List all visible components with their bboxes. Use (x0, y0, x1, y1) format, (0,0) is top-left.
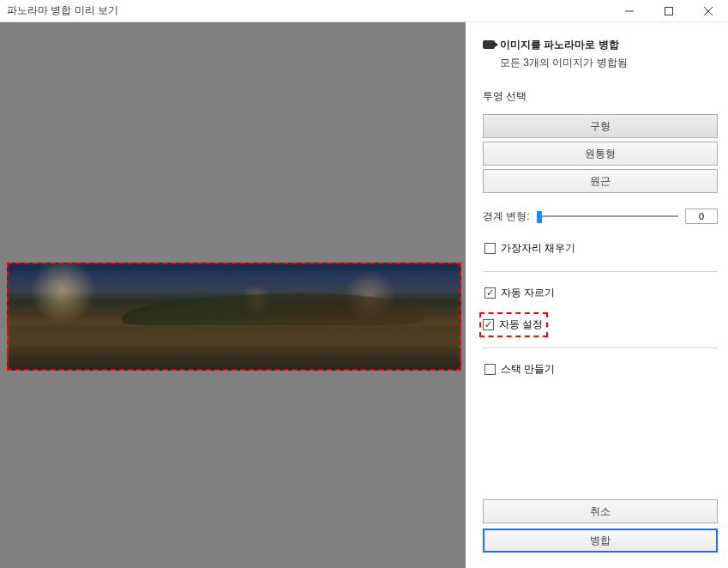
side-panel: 이미지를 파노라마로 병합 모든 3개의 이미지가 병합됨 투영 선택 구형 원… (466, 22, 728, 568)
main-content: 이미지를 파노라마로 병합 모든 3개의 이미지가 병합됨 투영 선택 구형 원… (0, 22, 728, 568)
titlebar: 파노라마 병합 미리 보기 (0, 0, 728, 22)
close-icon (704, 7, 713, 15)
divider (483, 271, 718, 272)
panel-subtitle: 모든 3개의 이미지가 병합됨 (500, 56, 718, 70)
projection-label: 투영 선택 (483, 89, 718, 104)
preview-area (0, 22, 466, 568)
panorama-icon (483, 40, 495, 49)
projection-spherical-button[interactable]: 구형 (483, 114, 718, 138)
auto-crop-checkbox[interactable] (484, 287, 496, 299)
projection-cylindrical-button[interactable]: 원통형 (483, 142, 718, 166)
panorama-preview-image (7, 263, 461, 371)
close-button[interactable] (689, 0, 728, 22)
maximize-icon (665, 7, 673, 15)
window-controls (610, 0, 728, 22)
fill-edges-checkbox[interactable] (484, 243, 496, 254)
boundary-warp-row: 경계 변형: 0 (483, 208, 718, 224)
divider-2 (483, 347, 718, 348)
panel-title: 이미지를 파노라마로 병합 (500, 38, 619, 52)
minimize-button[interactable] (610, 0, 649, 22)
cancel-button[interactable]: 취소 (483, 499, 718, 523)
merge-button[interactable]: 병합 (483, 529, 718, 553)
slider-thumb[interactable] (537, 211, 542, 223)
minimize-icon (625, 7, 634, 15)
svg-rect-1 (665, 7, 673, 15)
auto-settings-row[interactable]: 자동 설정 (479, 312, 548, 337)
window-title: 파노라마 병합 미리 보기 (7, 3, 118, 18)
projection-buttons: 구형 원통형 원근 (483, 114, 718, 193)
auto-crop-row[interactable]: 자동 자르기 (483, 284, 718, 302)
auto-settings-checkbox[interactable] (483, 319, 494, 330)
fill-edges-label: 가장자리 채우기 (501, 241, 575, 256)
projection-perspective-button[interactable]: 원근 (483, 169, 718, 193)
boundary-warp-slider[interactable] (537, 215, 678, 217)
auto-settings-label: 자동 설정 (499, 317, 543, 332)
maximize-button[interactable] (649, 0, 689, 22)
panel-header: 이미지를 파노라마로 병합 (483, 38, 718, 52)
boundary-warp-value[interactable]: 0 (685, 208, 718, 224)
create-stack-label: 스택 만들기 (501, 362, 555, 377)
auto-crop-label: 자동 자르기 (501, 286, 555, 300)
create-stack-row[interactable]: 스택 만들기 (483, 360, 718, 378)
create-stack-checkbox[interactable] (484, 364, 496, 375)
fill-edges-row[interactable]: 가장자리 채우기 (483, 239, 718, 257)
boundary-warp-label: 경계 변형: (483, 209, 530, 224)
